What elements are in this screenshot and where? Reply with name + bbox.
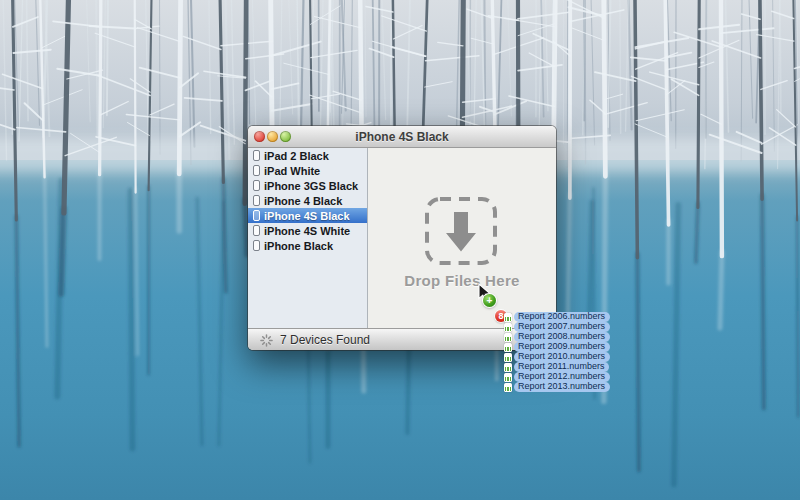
sidebar-item-iphone-3gs-black[interactable]: iPhone 3GS Black — [248, 178, 367, 193]
sidebar-item-label: iPhone 4S White — [264, 225, 350, 237]
numbers-file-icon — [504, 333, 512, 342]
close-button[interactable] — [254, 131, 265, 142]
iphone-icon — [253, 195, 260, 206]
window-content: iPad 2 Black iPad White iPhone 3GS Black… — [248, 148, 556, 328]
sidebar-item-label: iPhone 3GS Black — [264, 180, 358, 192]
traffic-lights — [254, 131, 293, 142]
numbers-file-icon — [504, 363, 512, 372]
drop-target-pane[interactable]: Drop Files Here — [368, 148, 556, 328]
dragged-files: Report 2006.numbers Report 2007.numbers … — [504, 312, 610, 392]
sidebar-item-iphone-4s-black[interactable]: iPhone 4S Black — [248, 208, 367, 223]
sidebar-item-label: iPhone Black — [264, 240, 333, 252]
numbers-file-icon — [504, 323, 512, 332]
title-bar[interactable]: iPhone 4S Black — [248, 126, 556, 148]
minimize-button[interactable] — [267, 131, 278, 142]
ipad-icon — [253, 150, 260, 161]
scan-spinner-icon — [260, 334, 273, 347]
devices-found-status: 7 Devices Found — [280, 333, 370, 347]
numbers-file-icon — [504, 383, 512, 392]
sidebar-item-ipad-2-black[interactable]: iPad 2 Black — [248, 148, 367, 163]
iphone-icon — [253, 225, 260, 236]
iphone-icon — [253, 210, 260, 221]
sidebar-item-iphone-black[interactable]: iPhone Black — [248, 238, 367, 253]
numbers-file-icon — [504, 373, 512, 382]
device-list: iPad 2 Black iPad White iPhone 3GS Black… — [248, 148, 368, 328]
zoom-button[interactable] — [280, 131, 291, 142]
sidebar-item-iphone-4s-white[interactable]: iPhone 4S White — [248, 223, 367, 238]
desktop: iPhone 4S Black iPad 2 Black iPad White … — [0, 0, 800, 500]
sidebar-item-ipad-white[interactable]: iPad White — [248, 163, 367, 178]
numbers-file-icon — [504, 343, 512, 352]
dropzone-dashed-box[interactable] — [424, 196, 498, 270]
window-title: iPhone 4S Black — [355, 130, 448, 144]
iphone-icon — [253, 180, 260, 191]
dragged-file-row[interactable]: Report 2013.numbers — [504, 382, 610, 392]
iphone-icon — [253, 240, 260, 251]
drop-files-here-label: Drop Files Here — [368, 272, 556, 289]
numbers-file-icon — [504, 353, 512, 362]
dragged-file-name: Report 2013.numbers — [514, 382, 610, 392]
download-arrow-icon — [446, 212, 476, 252]
sidebar-item-label: iPhone 4S Black — [264, 210, 350, 222]
copy-plus-badge: + — [483, 294, 496, 307]
sidebar-item-iphone-4-black[interactable]: iPhone 4 Black — [248, 193, 367, 208]
numbers-file-icon — [504, 313, 512, 322]
sidebar-item-label: iPhone 4 Black — [264, 195, 342, 207]
ipad-icon — [253, 165, 260, 176]
sidebar-item-label: iPad White — [264, 165, 320, 177]
sidebar-item-label: iPad 2 Black — [264, 150, 329, 162]
